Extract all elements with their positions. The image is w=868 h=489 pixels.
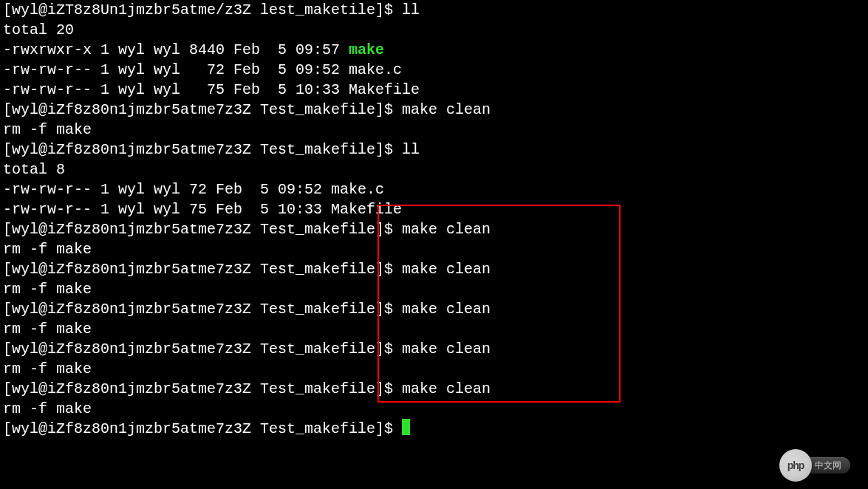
terminal-text: rm -f make xyxy=(3,281,92,298)
terminal-text: rm -f make xyxy=(3,321,92,338)
terminal-line: rm -f make xyxy=(3,359,868,379)
terminal-line: -rw-rw-r-- 1 wyl wyl 72 Feb 5 09:52 make… xyxy=(3,60,868,80)
terminal-text: -rwxrwxr-x 1 wyl wyl 8440 Feb 5 09:57 xyxy=(3,41,349,58)
watermark: php 中文网 xyxy=(779,449,861,482)
terminal-line: -rw-rw-r-- 1 wyl wyl 72 Feb 5 09:52 make… xyxy=(3,179,868,199)
terminal-line: total 20 xyxy=(3,20,868,40)
terminal-text: [wyl@iZf8z80n1jmzbr5atme7z3Z Test_makefi… xyxy=(3,221,491,238)
terminal-line: [wyl@iZf8z80n1jmzbr5atme7z3Z Test_makefi… xyxy=(3,219,868,239)
watermark-label: 中文网 xyxy=(815,456,841,476)
terminal-line: [wyl@iZf8z80n1jmzbr5atme7z3Z Test_makefi… xyxy=(3,339,868,359)
terminal-text: rm -f make xyxy=(3,360,92,377)
terminal-line: rm -f make xyxy=(3,319,868,339)
terminal-line: rm -f make xyxy=(3,120,868,140)
terminal-line: [wyl@iZf8z80n1jmzbr5atme7z3Z Test_makefi… xyxy=(3,140,868,160)
terminal-output[interactable]: [wyl@iZT8z8Un1jmzbr5atme/z3Z lest_maketi… xyxy=(3,0,868,439)
terminal-text: [wyl@iZf8z80n1jmzbr5atme7z3Z Test_makefi… xyxy=(3,341,491,358)
terminal-text: [wyl@iZf8z80n1jmzbr5atme7z3Z Test_makefi… xyxy=(3,420,402,437)
terminal-text: -rw-rw-r-- 1 wyl wyl 72 Feb 5 09:52 make… xyxy=(3,61,402,78)
terminal-line: rm -f make xyxy=(3,279,868,299)
terminal-text: rm -f make xyxy=(3,241,92,258)
executable-file-name: make xyxy=(349,41,384,58)
terminal-line: -rw-rw-r-- 1 wyl wyl 75 Feb 5 10:33 Make… xyxy=(3,80,868,100)
terminal-line: rm -f make xyxy=(3,399,868,419)
terminal-line: [wyl@iZf8z80n1jmzbr5atme7z3Z Test_makefi… xyxy=(3,100,868,120)
terminal-text: [wyl@iZT8z8Un1jmzbr5atme/z3Z lest_maketi… xyxy=(3,1,420,18)
terminal-line: rm -f make xyxy=(3,239,868,259)
terminal-text: total 8 xyxy=(3,161,65,178)
terminal-text: [wyl@iZf8z80n1jmzbr5atme7z3Z Test_makefi… xyxy=(3,380,491,397)
terminal-text: rm -f make xyxy=(3,121,92,138)
terminal-text: total 20 xyxy=(3,21,74,38)
terminal-text: [wyl@iZf8z80n1jmzbr5atme7z3Z Test_makefi… xyxy=(3,301,491,318)
terminal-line: total 8 xyxy=(3,160,868,179)
watermark-logo: php xyxy=(779,449,812,482)
terminal-line: [wyl@iZf8z80n1jmzbr5atme7z3Z Test_makefi… xyxy=(3,259,868,279)
terminal-line: [wyl@iZf8z80n1jmzbr5atme7z3Z Test_makefi… xyxy=(3,419,868,439)
terminal-line: -rw-rw-r-- 1 wyl wyl 75 Feb 5 10:33 Make… xyxy=(3,199,868,219)
terminal-text: [wyl@iZf8z80n1jmzbr5atme7z3Z Test_makefi… xyxy=(3,261,491,278)
terminal-text: [wyl@iZf8z80n1jmzbr5atme7z3Z Test_makefi… xyxy=(3,101,491,118)
terminal-text: [wyl@iZf8z80n1jmzbr5atme7z3Z Test_makefi… xyxy=(3,141,420,158)
terminal-text: -rw-rw-r-- 1 wyl wyl 72 Feb 5 09:52 make… xyxy=(3,181,384,198)
terminal-line: [wyl@iZf8z80n1jmzbr5atme7z3Z Test_makefi… xyxy=(3,379,868,399)
terminal-text: -rw-rw-r-- 1 wyl wyl 75 Feb 5 10:33 Make… xyxy=(3,201,402,218)
terminal-text: -rw-rw-r-- 1 wyl wyl 75 Feb 5 10:33 Make… xyxy=(3,81,420,98)
watermark-logo-text: php xyxy=(787,456,804,476)
terminal-text: rm -f make xyxy=(3,400,92,417)
terminal-line: [wyl@iZf8z80n1jmzbr5atme7z3Z Test_makefi… xyxy=(3,299,868,319)
terminal-line: [wyl@iZT8z8Un1jmzbr5atme/z3Z lest_maketi… xyxy=(3,0,868,20)
terminal-line: -rwxrwxr-x 1 wyl wyl 8440 Feb 5 09:57 ma… xyxy=(3,40,868,60)
cursor-icon xyxy=(402,419,410,435)
